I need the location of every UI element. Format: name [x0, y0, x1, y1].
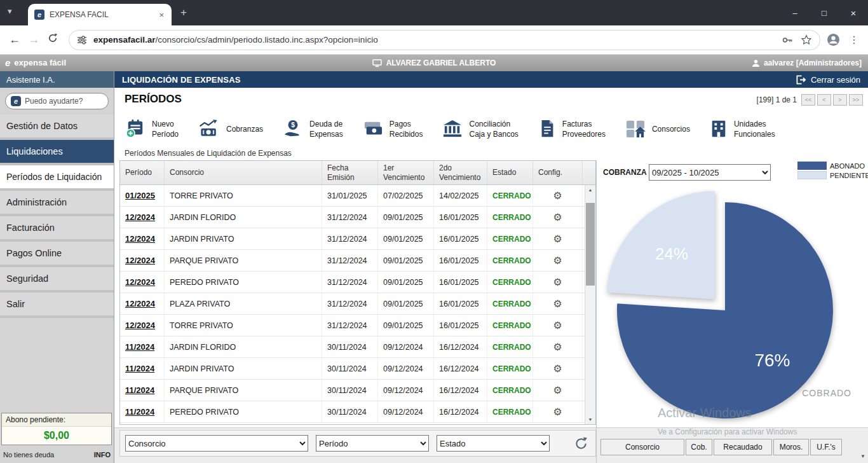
filter-consorcio-select[interactable]: Consorcio: [125, 435, 308, 452]
sidebar-item-pagos-online[interactable]: Pagos Online: [0, 242, 114, 267]
cobranza-range-select[interactable]: 09/2025 - 10/2025: [649, 164, 771, 181]
sidebar-item-gestion-de-datos[interactable]: Gestión de Datos: [0, 114, 114, 140]
period-link[interactable]: 12/2024: [120, 250, 165, 271]
sidebar-item-administracion[interactable]: Administración: [0, 191, 114, 216]
assistant-input[interactable]: e Puedo ayudarte?: [5, 93, 109, 109]
pager-first[interactable]: <<: [801, 94, 815, 106]
scroll-up-icon[interactable]: ▲: [585, 185, 595, 195]
sidebar-item-seguridad[interactable]: Seguridad: [0, 267, 114, 293]
table-row[interactable]: 11/2024JARDIN PRIVATO30/11/202409/12/202…: [120, 358, 585, 380]
config-gear-icon[interactable]: ⚙: [533, 250, 583, 271]
scroll-down-icon[interactable]: ▼: [585, 415, 595, 424]
chart-legend: ABONADOPENDIENTE: [797, 162, 868, 181]
toolbar-facturas[interactable]: FacturasProveedores: [538, 119, 606, 141]
new-tab-button[interactable]: +: [180, 6, 187, 19]
cell-v2: 16/12/2024: [434, 380, 487, 401]
filter-estado-select[interactable]: Estado: [437, 435, 550, 452]
chart-tab-cob[interactable]: Cob.: [686, 439, 712, 455]
config-gear-icon[interactable]: ⚙: [533, 185, 583, 206]
toolbar-conciliacion-label: ConciliaciónCaja y Bancos: [469, 120, 518, 139]
browser-menu-kebab-icon[interactable]: ⋮: [849, 34, 859, 46]
table-row[interactable]: 01/2025TORRE PRIVATO31/01/202507/02/2025…: [120, 185, 585, 207]
cell-v1: 09/12/2024: [378, 380, 434, 401]
site-settings-tune-icon[interactable]: [77, 35, 87, 45]
col-header-1er-vencimiento: 1erVencimiento: [378, 161, 434, 184]
table-row[interactable]: 12/2024JARDIN PRIVATO31/12/202409/01/202…: [120, 228, 585, 250]
period-link[interactable]: 12/2024: [120, 207, 165, 228]
table-row[interactable]: 11/2024JARDIN FLORIDO30/11/202409/12/202…: [120, 336, 585, 358]
table-row[interactable]: 11/2024PARQUE PRIVATO30/11/202409/12/202…: [120, 380, 585, 401]
page-scroll-down-icon[interactable]: ▼: [860, 453, 865, 459]
chart-tab-u-f-s[interactable]: U.F.'s: [810, 439, 842, 455]
toolbar-conciliacion[interactable]: ConciliaciónCaja y Bancos: [442, 119, 518, 141]
browser-tab[interactable]: e EXPENSA FACIL ×: [28, 4, 172, 25]
forward-button[interactable]: →: [24, 33, 43, 46]
table-row[interactable]: 12/2024JARDIN FLORIDO31/12/202409/01/202…: [120, 207, 585, 228]
refresh-button[interactable]: [574, 436, 588, 451]
logout-button[interactable]: Cerrar sesión: [796, 75, 860, 85]
config-gear-icon[interactable]: ⚙: [533, 293, 583, 314]
config-gear-icon[interactable]: ⚙: [533, 272, 583, 293]
chart-tab-moros[interactable]: Moros.: [773, 439, 809, 455]
period-link[interactable]: 01/2025: [120, 185, 165, 206]
tab-close-icon[interactable]: ×: [158, 10, 165, 20]
maximize-button[interactable]: □: [810, 0, 839, 25]
sidebar-item-salir[interactable]: Salir: [0, 293, 114, 318]
balance-info-link[interactable]: INFO: [94, 451, 111, 459]
back-button[interactable]: ←: [5, 33, 24, 46]
toolbar-new-period[interactable]: NuevoPeríodo: [125, 119, 179, 141]
pager-next[interactable]: >: [833, 94, 847, 106]
url-text[interactable]: expensafacil.ar/consorcio/cs/admin/perio…: [93, 35, 776, 45]
filter-periodo-select[interactable]: Período: [316, 435, 429, 452]
table-row[interactable]: 12/2024TORRE PRIVATO31/12/202409/01/2025…: [120, 315, 585, 336]
table-scrollbar[interactable]: ▲ ▼: [585, 185, 595, 424]
period-link[interactable]: 11/2024: [120, 336, 165, 357]
table-row[interactable]: 12/2024PARQUE PRIVATO31/12/202409/01/202…: [120, 250, 585, 272]
minimize-button[interactable]: –: [780, 0, 810, 25]
period-link[interactable]: 12/2024: [120, 315, 165, 336]
sidebar-item-facturacion[interactable]: Facturación: [0, 216, 114, 242]
toolbar-pagos[interactable]: PagosRecibidos: [362, 119, 423, 141]
chart-tab-recaudado[interactable]: Recaudado: [714, 439, 772, 455]
period-link[interactable]: 11/2024: [120, 401, 165, 422]
period-link[interactable]: 12/2024: [120, 293, 165, 314]
table-row[interactable]: 12/2024PLAZA PRIVATO31/12/202409/01/2025…: [120, 293, 585, 315]
table-row[interactable]: 12/2024PEREDO PRIVATO31/12/202409/01/202…: [120, 272, 585, 293]
period-link[interactable]: 12/2024: [120, 228, 165, 249]
reload-button[interactable]: [43, 33, 62, 46]
pager-prev[interactable]: <: [817, 94, 831, 106]
period-link[interactable]: 11/2024: [120, 380, 165, 401]
config-gear-icon[interactable]: ⚙: [533, 315, 583, 336]
period-link[interactable]: 11/2024: [120, 358, 165, 379]
cell-fecha: 31/12/2024: [322, 315, 378, 336]
config-gear-icon[interactable]: ⚙: [533, 358, 583, 379]
pager-last[interactable]: >>: [849, 94, 863, 106]
cell-fecha: 31/12/2024: [322, 207, 378, 228]
sidebar-item-periodos-de-liquidacion[interactable]: Períodos de Liquidación: [0, 165, 114, 191]
sidebar-item-liquidaciones[interactable]: Liquidaciones: [0, 140, 114, 165]
config-gear-icon[interactable]: ⚙: [533, 336, 583, 357]
browser-tabstrip: ▾ e EXPENSA FACIL × + – □ ×: [0, 0, 868, 25]
toolbar: NuevoPeríodoCobranzas$Deuda deExpensasPa…: [125, 113, 775, 146]
scroll-thumb[interactable]: [586, 203, 595, 286]
toolbar-unidades[interactable]: UnidadesFuncionales: [709, 119, 775, 141]
toolbar-consorcios[interactable]: Consorcios: [625, 119, 690, 141]
profile-avatar-icon[interactable]: [827, 33, 840, 46]
omnibox[interactable]: expensafacil.ar/consorcio/cs/admin/perio…: [69, 30, 820, 50]
table-row[interactable]: 11/2024PEREDO PRIVATO30/11/202409/12/202…: [120, 401, 585, 423]
period-link[interactable]: 12/2024: [120, 272, 165, 293]
tab-search-chevron-icon[interactable]: ▾: [8, 6, 12, 16]
config-gear-icon[interactable]: ⚙: [533, 207, 583, 228]
cobranza-label: COBRANZA: [603, 168, 647, 177]
close-window-button[interactable]: ×: [839, 0, 868, 25]
account-user-area[interactable]: aalvarez [Administradores]: [752, 55, 862, 71]
config-gear-icon[interactable]: ⚙: [533, 228, 583, 249]
config-gear-icon[interactable]: ⚙: [533, 401, 583, 422]
password-key-icon[interactable]: [782, 34, 793, 46]
toolbar-cobranzas[interactable]: Cobranzas: [198, 119, 263, 141]
config-gear-icon[interactable]: ⚙: [533, 380, 583, 401]
bookmark-star-icon[interactable]: [801, 34, 812, 46]
chart-tab-consorcio[interactable]: Consorcio: [600, 439, 684, 455]
toolbar-deuda[interactable]: $Deuda deExpensas: [282, 119, 343, 141]
col-header-2do-vencimiento: 2doVencimiento: [434, 161, 487, 184]
